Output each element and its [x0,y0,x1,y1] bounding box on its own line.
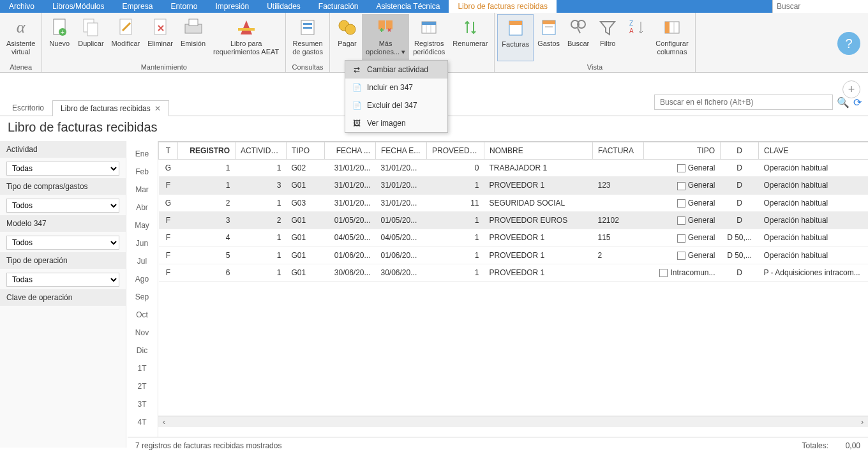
col-header[interactable]: CLAVE [759,142,869,160]
status-totales-label: Totales: [802,441,828,450]
checkbox[interactable] [677,199,685,208]
cell: 30/06/20... [325,264,376,281]
checkbox[interactable] [677,252,685,260]
cell: General [644,246,721,264]
ribbon-config-cols-button[interactable]: Configurar columnas [652,14,692,61]
ribbon-label: Eliminar [147,40,173,48]
scroll-left-icon[interactable]: ‹ [158,418,170,427]
menu-item-ver-imagen[interactable]: 🖼Ver imagen [345,114,447,132]
ribbon-libro-aeat-button[interactable]: Libro para requerimientos AEAT [209,14,283,61]
month-jul[interactable]: Jul [126,252,158,270]
ribbon-renumerar-button[interactable]: Renumerar [449,14,491,61]
table-row[interactable]: F41G0104/05/20...04/05/20...1PROVEEDOR 1… [159,229,869,246]
month-2t[interactable]: 2T [126,377,158,395]
col-header[interactable]: FECHA E... [376,142,427,160]
month-dic[interactable]: Dic [126,342,158,359]
menu-item-cambiar-actividad[interactable]: ⇄Cambiar actividad [345,61,447,79]
col-header[interactable]: TIPO [644,142,721,160]
ribbon-gastos-button[interactable]: Gastos [534,14,564,61]
table-row[interactable]: F13G0131/01/20...31/01/20...1PROVEEDOR 1… [159,177,869,194]
checkbox[interactable] [659,269,668,277]
menu-impresi-n[interactable]: Impresión [206,0,258,13]
col-header[interactable]: FECHA ... [325,142,376,160]
filter-select-3[interactable]: Todas [6,273,119,287]
month-jun[interactable]: Jun [126,234,158,252]
horizontal-scrollbar[interactable]: ‹ › [158,416,868,427]
menu-entorno[interactable]: Entorno [161,0,206,13]
menu-facturaci-n[interactable]: Facturación [310,0,368,13]
month-4t[interactable]: 4T [126,413,158,431]
checkbox[interactable] [677,164,685,172]
menu-utilidades[interactable]: Utilidades [258,0,310,13]
ribbon-facturas-button[interactable]: Facturas [497,14,534,61]
top-search-input[interactable] [773,0,868,13]
ribbon-nuevo-button[interactable]: +Nuevo [45,14,74,61]
month-ago[interactable]: Ago [126,270,158,288]
month-feb[interactable]: Feb [126,163,158,181]
menu-archivo[interactable]: Archivo [0,0,43,13]
menu-libros-m-dulos[interactable]: Libros/Módulos [43,0,113,13]
cell: F [159,211,178,229]
help-button[interactable]: ? [837,32,860,55]
month-nov[interactable]: Nov [126,324,158,342]
grid-scroll[interactable]: TREGISTROACTIVIDADTIPOFECHA ...FECHA E..… [158,141,868,416]
table-row[interactable]: F32G0101/05/20...01/05/20...1PROVEEDOR E… [159,211,869,229]
menu-libro-de-facturas-recibidas[interactable]: Libro de facturas recibidas [449,0,557,13]
month-ene[interactable]: Ene [126,145,158,163]
tab-escritorio[interactable]: Escritorio [4,100,52,116]
cell: 2 [593,246,644,264]
table-row[interactable]: F61G0130/06/20...30/06/20...1PROVEEDOR 1… [159,264,869,281]
col-header[interactable]: PROVEEDOR [427,142,484,160]
col-header[interactable]: NOMBRE [484,142,593,160]
month-1t[interactable]: 1T [126,359,158,377]
ribbon-resumen-button[interactable]: Resumen de gastos [288,14,327,61]
ribbon-modificar-button[interactable]: Modificar [108,14,144,61]
month-oct[interactable]: Oct [126,306,158,324]
col-header[interactable]: TIPO [287,142,325,160]
ribbon-registros-button[interactable]: Registros periódicos [409,14,449,61]
month-mar[interactable]: Mar [126,181,158,199]
close-icon[interactable]: ✕ [154,104,161,113]
menu-asistencia-t-cnica[interactable]: Asistencia Técnica [368,0,449,13]
svg-rect-32 [665,22,670,33]
table-row[interactable]: G21G0331/01/20...31/01/20...11SEGURIDAD … [159,194,869,211]
month-may[interactable]: May [126,216,158,234]
ribbon-label: Emisión [181,40,206,48]
search-icon[interactable]: 🔍 [837,96,849,109]
ribbon-mas-opciones-button[interactable]: Más opciones... ▾ [362,14,409,61]
ribbon-ordenar-button[interactable]: ZA [622,14,652,61]
filter-select-2[interactable]: Todos [6,236,119,250]
ribbon-filtro-button[interactable]: Filtro [593,14,622,61]
tab-libro-de-facturas-recibidas[interactable]: Libro de facturas recibidas✕ [52,100,169,116]
checkbox[interactable] [677,234,685,243]
ribbon-label: Filtro [600,40,615,48]
month-3t[interactable]: 3T [126,395,158,413]
filter-select-0[interactable]: Todas [6,162,119,176]
ribbon-asistente-button[interactable]: αAsistente virtual [3,14,39,61]
refresh-icon[interactable]: ⟳ [853,96,862,109]
scroll-right-icon[interactable]: › [857,418,868,427]
col-header[interactable]: REGISTRO [178,142,236,160]
ribbon-label: Pagar [338,40,356,48]
month-abr[interactable]: Abr [126,199,158,216]
filter-select-1[interactable]: Todos [6,199,119,213]
col-header[interactable]: ACTIVIDAD [236,142,287,160]
menu-empresa[interactable]: Empresa [113,0,161,13]
table-row[interactable]: G11G0231/01/20...31/01/20...0TRABAJADOR … [159,160,869,177]
col-header[interactable]: D [721,142,759,160]
menu-item-incluir-en-347[interactable]: 📄Incluir en 347 [345,79,447,96]
ribbon-duplicar-button[interactable]: Duplicar [74,14,107,61]
ribbon-emision-button[interactable]: Emisión [177,14,209,61]
table-search-input[interactable] [654,95,833,110]
ribbon-pagar-button[interactable]: Pagar [333,14,362,61]
checkbox[interactable] [677,216,685,225]
col-header[interactable]: FACTURA [593,142,644,160]
checkbox[interactable] [677,182,685,190]
col-header[interactable]: T [159,142,178,160]
ribbon-buscar-button[interactable]: Buscar [564,14,593,61]
month-sep[interactable]: Sep [126,288,158,306]
svg-rect-16 [386,20,393,29]
ribbon-eliminar-button[interactable]: Eliminar [144,14,177,61]
table-row[interactable]: F51G0101/06/20...01/06/20...1PROVEEDOR 1… [159,246,869,264]
menu-item-excluir-del-347[interactable]: 📄Excluir del 347 [345,96,447,114]
